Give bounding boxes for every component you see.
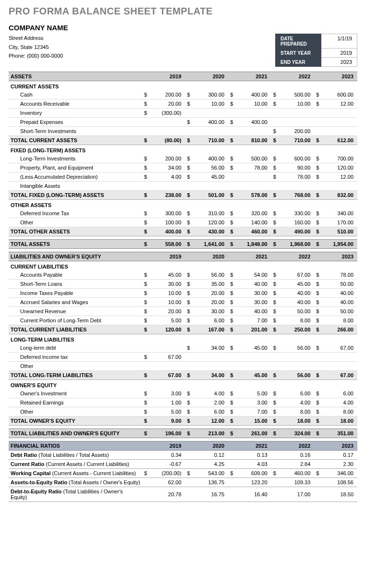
line-value: 67.00: [150, 371, 185, 380]
ratio-value: 4.25: [194, 460, 229, 469]
line-value: [280, 362, 315, 371]
ratio-value: 4.03: [236, 460, 271, 469]
currency-symbol: $: [228, 163, 236, 172]
phone: Phone: (000) 000-0000: [9, 51, 63, 61]
line-value: 10.00: [280, 99, 315, 109]
currency-symbol: $: [142, 416, 150, 426]
line-value: [236, 172, 271, 182]
line-value: 196.00: [150, 429, 185, 438]
line-value: 768.00: [280, 191, 315, 200]
currency-symbol: [228, 362, 236, 371]
line-value: (300.00): [150, 109, 185, 118]
line-value: 200.00: [150, 154, 185, 163]
line-value: 78.00: [236, 163, 271, 172]
currency-symbol: $: [271, 398, 280, 407]
ratio-value: 16.40: [236, 487, 271, 502]
line-label: Current Portion of Long-Term Debt: [9, 316, 142, 325]
category-title: CURRENT ASSETS: [9, 81, 357, 91]
line-value: [322, 109, 357, 118]
line-label: Long-Term Investments: [9, 154, 142, 163]
currency-symbol: $: [185, 416, 194, 426]
year-header: 2019: [150, 72, 185, 81]
line-value: 200.00: [280, 127, 315, 136]
currency-symbol: $: [228, 469, 236, 478]
line-label: Property, Plant, and Equipment: [9, 163, 142, 172]
line-value: 56.00: [280, 371, 315, 380]
date-prepared-value: 1/1/19: [321, 34, 357, 49]
line-value: 1,968.00: [280, 240, 315, 249]
currency-symbol: $: [228, 240, 236, 249]
line-label: Cash: [9, 90, 142, 99]
currency-symbol: $: [185, 398, 194, 407]
line-value: [322, 353, 357, 362]
ratio-label: Assets-to-Equity Ratio (Total Assets / O…: [9, 478, 142, 487]
line-value: 140.00: [236, 218, 271, 227]
year-header: 2022: [280, 72, 315, 81]
line-value: 10.00: [236, 99, 271, 109]
line-label: TOTAL LONG-TERM LIABILITIES: [9, 371, 142, 380]
category-title: FIXED (LONG-TERM) ASSETS: [9, 145, 357, 155]
line-label: Other: [9, 362, 142, 371]
currency-symbol: $: [228, 90, 236, 99]
ratio-value: 346.00: [322, 469, 357, 478]
currency-symbol: $: [271, 172, 280, 182]
currency-symbol: [271, 118, 280, 127]
currency-symbol: $: [271, 407, 280, 416]
line-value: 30.00: [236, 289, 271, 298]
currency-symbol: [185, 182, 194, 191]
line-value: 8.00: [280, 316, 315, 325]
ratio-value: 123.20: [236, 478, 271, 487]
currency-symbol: [185, 353, 194, 362]
currency-symbol: $: [142, 172, 150, 182]
currency-symbol: [142, 362, 150, 371]
line-label: Deferred income tax: [9, 353, 142, 362]
line-value: 18.00: [322, 416, 357, 426]
currency-symbol: $: [314, 398, 322, 407]
line-value: 120.00: [322, 163, 357, 172]
line-value: 400.00: [236, 118, 271, 127]
currency-symbol: $: [142, 469, 150, 478]
currency-symbol: $: [185, 154, 194, 163]
line-value: 45.00: [150, 270, 185, 280]
currency-symbol: [271, 362, 280, 371]
currency-symbol: $: [185, 163, 194, 172]
year-header: 2023: [322, 252, 357, 261]
line-value: [194, 109, 229, 118]
line-value: 10.00: [150, 289, 185, 298]
line-value: 40.00: [322, 298, 357, 307]
line-value: 50.00: [322, 280, 357, 289]
currency-symbol: $: [314, 416, 322, 426]
currency-symbol: $: [142, 218, 150, 227]
currency-symbol: [228, 478, 236, 487]
currency-symbol: $: [314, 191, 322, 200]
currency-symbol: $: [314, 298, 322, 307]
year-header: 2023: [322, 72, 357, 81]
ratio-value: 0.13: [236, 451, 271, 460]
line-value: 250.00: [280, 325, 315, 334]
year-header: 2021: [236, 252, 271, 261]
currency-symbol: $: [314, 163, 322, 172]
line-value: 67.00: [322, 343, 357, 353]
currency-symbol: $: [228, 325, 236, 334]
line-label: Accounts Receivable: [9, 99, 142, 109]
currency-symbol: [228, 109, 236, 118]
line-value: [280, 182, 315, 191]
year-header: 2022: [280, 252, 315, 261]
line-value: 40.00: [280, 289, 315, 298]
line-label: Long-term debt: [9, 343, 142, 353]
line-label: Short-Term Investments: [9, 127, 142, 136]
line-value: 6.00: [194, 316, 229, 325]
currency-symbol: $: [185, 343, 194, 353]
line-value: 34.00: [194, 371, 229, 380]
line-value: 400.00: [194, 154, 229, 163]
currency-symbol: [314, 451, 322, 460]
currency-symbol: $: [185, 307, 194, 316]
category-title: CURRENT LIABILITIES: [9, 261, 357, 271]
line-value: 45.00: [236, 343, 271, 353]
line-value: 35.00: [194, 280, 229, 289]
ratio-label: Debt-to-Equity Ratio (Total Liabilities …: [9, 487, 142, 502]
line-value: 6.00: [194, 407, 229, 416]
currency-symbol: [185, 362, 194, 371]
line-value: 5.00: [236, 389, 271, 398]
currency-symbol: [228, 460, 236, 469]
